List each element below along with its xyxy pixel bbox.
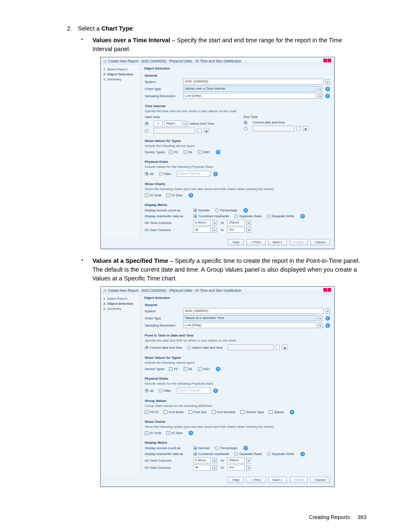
gv-speed-check[interactable]: Speed xyxy=(269,410,284,414)
end-date-radio[interactable] xyxy=(244,127,248,131)
wizard-step-3[interactable]: 3. Summary xyxy=(103,307,138,311)
access-percentage-radio[interactable]: Percentage xyxy=(215,208,237,212)
chevron-down-icon[interactable]: ▾ xyxy=(184,121,188,126)
finish-button[interactable]: Finish xyxy=(290,477,308,483)
window-close-icon[interactable] xyxy=(323,59,332,64)
start-before-radio[interactable] xyxy=(145,122,148,126)
system-dropdown[interactable]: s020 (1000020) xyxy=(183,308,324,314)
chevron-down-icon[interactable]: ▾ xyxy=(212,465,217,470)
sampling-resolution-dropdown[interactable]: Low (Daily) xyxy=(183,93,316,99)
spinner-icon[interactable] xyxy=(197,128,202,133)
rw-combined-radio[interactable]: Combined read/write xyxy=(193,452,229,456)
calendar-icon[interactable]: ▦ xyxy=(204,128,209,133)
calendar-icon[interactable]: ▦ xyxy=(282,345,287,350)
device-type-fc-check[interactable]: ✓FC xyxy=(169,150,179,154)
iosize-to-dropdown[interactable]: 2m xyxy=(227,465,245,470)
next-button[interactable]: Next > xyxy=(268,477,287,483)
chart-iotime-check[interactable]: ✓IO Time xyxy=(145,431,161,435)
end-date-input[interactable] xyxy=(253,126,294,131)
rw-sepread-radio[interactable]: Separate Read xyxy=(234,214,262,218)
chevron-down-icon[interactable]: ▾ xyxy=(246,227,251,233)
chevron-down-icon[interactable]: ▾ xyxy=(246,220,251,226)
help-icon[interactable]: ? xyxy=(213,172,218,176)
help-icon[interactable]: ? xyxy=(243,208,248,213)
device-type-ssd-check[interactable]: ✓SSD xyxy=(198,367,210,371)
system-dropdown[interactable]: s020 (1000020) xyxy=(183,79,324,85)
access-number-radio[interactable]: Number xyxy=(193,446,210,450)
iotime-from-dropdown[interactable]: 0.50ms xyxy=(193,457,211,463)
help-icon[interactable]: ? xyxy=(189,431,193,435)
wizard-step-1[interactable]: 1. Select Report xyxy=(103,297,138,301)
cancel-button[interactable]: Cancel xyxy=(310,477,330,483)
device-type-nl-check[interactable]: ✓NL xyxy=(184,367,193,371)
help-icon[interactable]: ? xyxy=(325,316,330,321)
access-percentage-radio[interactable]: Percentage xyxy=(215,446,237,450)
device-type-ssd-check[interactable]: ✓SSD xyxy=(198,150,210,154)
pd-filter-button[interactable]: Select Objects … xyxy=(177,388,210,393)
pit-current-radio[interactable]: Current date and time xyxy=(145,346,182,350)
iotime-to-dropdown[interactable]: 256ms xyxy=(227,220,245,226)
help-button[interactable]: Help xyxy=(228,477,244,483)
sampling-resolution-dropdown[interactable]: Low (Daily) xyxy=(183,322,316,328)
iosize-from-dropdown[interactable]: 4k xyxy=(193,227,211,233)
chart-iotime-check[interactable]: ✓IO Time xyxy=(145,193,161,197)
window-close-icon[interactable] xyxy=(323,288,332,293)
chevron-down-icon[interactable]: ▾ xyxy=(318,323,322,328)
chart-iosize-check[interactable]: ✓IO Size xyxy=(166,431,182,435)
iosize-from-dropdown[interactable]: 4k xyxy=(193,465,211,470)
finish-button[interactable]: Finish xyxy=(290,239,308,245)
chart-type-dropdown[interactable]: Values over a Time Interval xyxy=(183,86,316,92)
gv-devtype-check[interactable]: Device Type xyxy=(240,410,264,414)
iotime-from-dropdown[interactable]: 0.50ms xyxy=(193,220,211,226)
help-icon[interactable]: ? xyxy=(216,150,220,154)
pd-filter-radio[interactable]: Filter: xyxy=(159,389,172,393)
pd-filter-radio[interactable]: Filter: xyxy=(159,172,172,176)
rw-sepread-radio[interactable]: Separate Read xyxy=(234,452,262,456)
device-type-nl-check[interactable]: ✓NL xyxy=(184,150,193,154)
access-number-radio[interactable]: Number xyxy=(193,208,210,212)
rw-sepwrite-radio[interactable]: Separate Write xyxy=(267,452,294,456)
chart-type-dropdown[interactable]: Values at a Specified Time xyxy=(183,315,316,321)
help-icon[interactable]: ? xyxy=(290,410,294,414)
before-unit-dropdown[interactable]: day(s) xyxy=(164,121,182,126)
chevron-down-icon[interactable]: ▾ xyxy=(246,465,251,470)
help-icon[interactable]: ? xyxy=(300,214,305,218)
gv-pdid-check[interactable]: ✓PD ID xyxy=(145,410,159,414)
iosize-to-dropdown[interactable]: 2m xyxy=(227,227,245,233)
help-icon[interactable]: ? xyxy=(189,193,193,198)
next-button[interactable]: Next > xyxy=(268,239,287,245)
chevron-down-icon[interactable]: ▾ xyxy=(212,227,217,233)
cancel-button[interactable]: Cancel xyxy=(310,239,330,245)
gv-portnode-check[interactable]: Port Node xyxy=(164,410,184,414)
chevron-down-icon[interactable]: ▾ xyxy=(325,308,330,314)
chevron-down-icon[interactable]: ▾ xyxy=(325,79,330,85)
spinner-icon[interactable] xyxy=(297,126,301,131)
calendar-icon[interactable]: ▦ xyxy=(303,126,308,131)
help-icon[interactable]: ? xyxy=(213,388,218,393)
prev-button[interactable]: < Prev xyxy=(246,477,265,483)
help-icon[interactable]: ? xyxy=(325,323,330,328)
chevron-down-icon[interactable]: ▾ xyxy=(212,458,217,463)
help-icon[interactable]: ? xyxy=(325,94,330,98)
gv-portslot-check[interactable]: Port Slot xyxy=(189,410,207,414)
rw-combined-radio[interactable]: Combined read/write xyxy=(193,214,229,218)
pd-all-radio[interactable]: All xyxy=(145,389,153,393)
prev-button[interactable]: < Prev xyxy=(246,239,265,245)
help-button[interactable]: Help xyxy=(228,239,244,245)
help-icon[interactable]: ? xyxy=(216,367,220,371)
iotime-to-dropdown[interactable]: 256ms xyxy=(227,457,245,463)
help-icon[interactable]: ? xyxy=(325,87,330,91)
end-current-radio[interactable] xyxy=(244,121,248,124)
spinner-icon[interactable] xyxy=(276,345,280,350)
help-icon[interactable]: ? xyxy=(243,446,248,450)
chevron-down-icon[interactable]: ▾ xyxy=(318,93,322,99)
chevron-down-icon[interactable]: ▾ xyxy=(318,316,322,321)
chevron-down-icon[interactable]: ▾ xyxy=(212,220,217,226)
device-type-fc-check[interactable]: ✓FC xyxy=(169,367,179,371)
pd-filter-button[interactable]: Select Objects … xyxy=(177,171,210,177)
chevron-down-icon[interactable]: ▾ xyxy=(246,458,251,463)
rw-sepwrite-radio[interactable]: Separate Write xyxy=(267,214,294,218)
before-count-input[interactable]: 1 xyxy=(153,121,163,126)
wizard-step-2[interactable]: 2. Object Selection xyxy=(103,302,138,306)
gv-portnum-check[interactable]: Port Number xyxy=(212,410,235,414)
